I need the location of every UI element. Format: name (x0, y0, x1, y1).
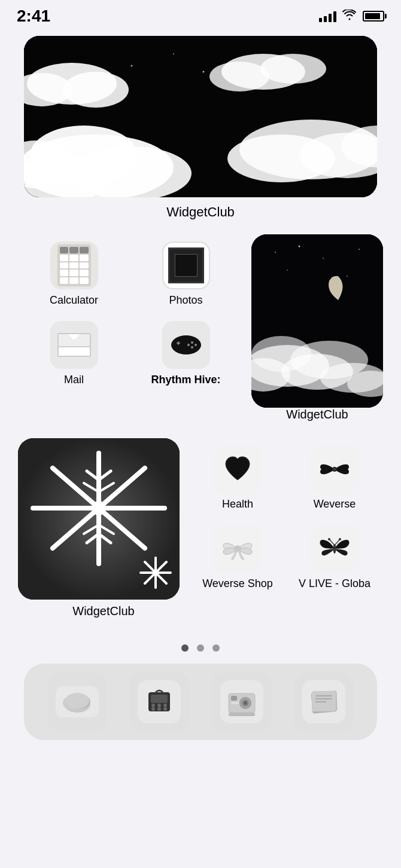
svg-point-25 (195, 344, 197, 346)
svg-point-20 (209, 62, 269, 91)
widget-medium-right[interactable] (251, 234, 383, 408)
page-dot-3[interactable] (212, 644, 220, 652)
svg-point-27 (187, 344, 190, 346)
page-dot-1[interactable] (181, 644, 189, 652)
mail-label: Mail (64, 374, 84, 386)
rhythm-hive-label: Rhythm Hive: (151, 374, 220, 386)
battery-icon (363, 11, 384, 22)
vlive-icon (311, 525, 359, 573)
svg-point-13 (63, 72, 129, 108)
svg-point-81 (151, 707, 155, 711)
dock-item-1[interactable] (47, 672, 107, 732)
svg-point-65 (333, 544, 336, 554)
home-screen: WidgetClub (0, 30, 401, 740)
app-weverse[interactable]: Weverse (286, 438, 383, 518)
status-icons (319, 10, 384, 23)
svg-point-16 (227, 135, 335, 182)
page-dot-2[interactable] (197, 644, 204, 652)
rhythm-hive-icon (162, 321, 210, 369)
app-mail[interactable]: Mail (18, 314, 130, 393)
health-icon (214, 445, 262, 493)
photos-icon (162, 242, 210, 289)
vlive-label: V LIVE - Globa (299, 577, 370, 590)
svg-rect-90 (231, 702, 239, 704)
photos-label: Photos (169, 294, 202, 307)
dock-item-2[interactable] (129, 672, 189, 732)
small-apps-grid: Calculator Photos Mail (18, 234, 242, 393)
svg-rect-91 (229, 713, 255, 716)
page-dots (18, 644, 383, 652)
svg-point-82 (157, 707, 161, 711)
app-calculator[interactable]: Calculator (18, 234, 130, 314)
svg-point-74 (65, 693, 89, 708)
dock-item-4[interactable] (294, 672, 354, 732)
svg-point-78 (151, 704, 155, 707)
weverse-label: Weverse (314, 498, 356, 511)
svg-point-3 (173, 53, 174, 54)
app-health[interactable]: Health (189, 438, 286, 518)
svg-point-34 (347, 276, 348, 277)
calculator-label: Calculator (50, 294, 98, 307)
svg-point-31 (323, 258, 324, 259)
svg-point-29 (275, 252, 276, 253)
app-rhythm-hive[interactable]: Rhythm Hive: (130, 314, 242, 393)
svg-point-61 (153, 570, 159, 576)
wifi-icon (342, 10, 357, 23)
widget-large-top-label: WidgetClub (18, 204, 383, 220)
svg-point-79 (157, 704, 161, 707)
app-photos[interactable]: Photos (130, 234, 242, 314)
svg-point-83 (163, 707, 167, 711)
widget-large-top[interactable] (24, 36, 377, 197)
weverse-shop-label: Weverse Shop (202, 577, 273, 590)
app-weverse-shop[interactable]: Weverse Shop (189, 518, 286, 597)
svg-point-24 (191, 341, 193, 344)
widget-snowflake-label: WidgetClub (72, 604, 134, 618)
small-apps-right: Health Weverse (189, 438, 383, 597)
svg-point-32 (359, 249, 360, 250)
status-bar: 2:41 (0, 0, 401, 30)
svg-point-41 (290, 341, 368, 379)
section-mixed: Calculator Photos Mail (18, 234, 383, 430)
svg-point-89 (244, 701, 247, 705)
svg-point-33 (287, 270, 288, 271)
svg-point-5 (131, 65, 133, 67)
svg-point-56 (92, 501, 106, 515)
svg-rect-23 (178, 341, 179, 345)
svg-point-19 (260, 54, 326, 84)
weverse-icon (311, 445, 359, 493)
dock-item-3[interactable] (212, 672, 272, 732)
svg-point-26 (191, 346, 193, 349)
dock (24, 664, 377, 740)
weverse-shop-icon (214, 525, 262, 573)
status-time: 2:41 (17, 7, 50, 26)
app-vlive[interactable]: V LIVE - Globa (286, 518, 383, 597)
calculator-icon (50, 242, 98, 289)
svg-point-1 (203, 71, 205, 73)
svg-point-69 (339, 538, 341, 540)
widget-snowflake[interactable] (18, 438, 180, 600)
health-label: Health (222, 498, 253, 511)
signal-icon (319, 10, 336, 22)
svg-point-80 (163, 704, 167, 707)
section-bottom: WidgetClub Health (18, 438, 383, 626)
svg-point-30 (299, 246, 300, 247)
widget-medium-right-label: WidgetClub (286, 408, 348, 421)
svg-rect-86 (231, 696, 237, 701)
mail-icon (50, 321, 98, 369)
svg-point-68 (328, 538, 330, 540)
svg-point-63 (333, 468, 336, 470)
svg-rect-77 (151, 695, 168, 703)
